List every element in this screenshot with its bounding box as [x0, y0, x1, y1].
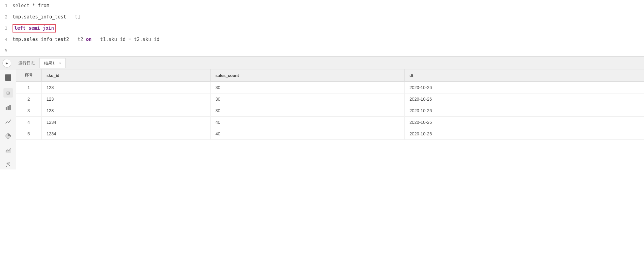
line-number-1: 1 [0, 0, 13, 11]
col-header-sku-id-label: sku_id [47, 73, 59, 78]
cell-sku-id: 1234 [41, 128, 210, 140]
tab-run-log[interactable]: 运行日志 [14, 58, 39, 68]
code-content-1: select * from [13, 0, 49, 11]
pie-chart-icon[interactable] [3, 131, 13, 141]
col-header-sales-count-label: sales_count [216, 73, 239, 78]
code-content-4: tmp.sales_info_test2 t2 on t1.sku_id = t… [13, 34, 160, 45]
scatter-chart-svg [5, 162, 11, 168]
cell-sales-count: 30 [210, 105, 404, 117]
bar-chart-icon[interactable] [3, 103, 13, 112]
result-area: ⊞ [0, 69, 644, 169]
cell-dt: 2020-10-26 [404, 128, 644, 140]
table-row: 1123302020-10-26 [16, 82, 644, 93]
col-header-sku-id: sku_id [41, 69, 210, 82]
table-name-2: tmp.sales_info_test2 [13, 37, 69, 42]
col-header-sales-count: sales_count [210, 69, 404, 82]
cell-row-num: 3 [16, 105, 41, 117]
table-header-row: 序号 sku_id sales_count dt [16, 69, 644, 82]
area-chart-svg [5, 147, 11, 154]
cell-dt: 2020-10-26 [404, 117, 644, 128]
keyword-select: select [13, 3, 29, 8]
tab-run-log-label: 运行日志 [18, 61, 35, 65]
code-content-3: left semi join [13, 23, 56, 34]
code-line-4: 4 tmp.sales_info_test2 t2 on t1.sku_id =… [0, 34, 644, 45]
svg-rect-2 [9, 105, 11, 110]
alias-t1: t1 [69, 14, 80, 20]
left-controls [1, 72, 15, 83]
table-row: 51234402020-10-26 [16, 128, 644, 140]
line-chart-icon[interactable] [3, 117, 13, 126]
result-table-container: 序号 sku_id sales_count dt 11233 [16, 69, 644, 169]
col-header-row-num: 序号 [16, 69, 41, 82]
area-chart-icon[interactable] [3, 146, 13, 155]
table-row: 3123302020-10-26 [16, 105, 644, 117]
tab-result1-label: 结果1 [44, 61, 55, 65]
tabs-bar: ▶ 运行日志 结果1 × [0, 57, 644, 69]
col-header-dt: dt [404, 69, 644, 82]
code-line-2: 2 tmp.sales_info_test t1 [0, 11, 644, 23]
join-condition: t1.sku_id = t2.sku_id [95, 37, 160, 42]
table-row: 2123302020-10-26 [16, 93, 644, 105]
cell-sku-id: 1234 [41, 117, 210, 128]
table-row: 41234402020-10-26 [16, 117, 644, 128]
run-button[interactable]: ▶ [3, 59, 11, 68]
svg-point-6 [8, 164, 9, 165]
svg-point-5 [6, 166, 7, 167]
bottom-panel: ▶ 运行日志 结果1 × ⊞ [0, 57, 644, 169]
code-line-5: 5 [0, 45, 644, 56]
keyword-on: on [86, 37, 92, 42]
line-number-2: 2 [0, 11, 13, 23]
tab-result1-close[interactable]: × [59, 61, 61, 65]
cell-sku-id: 123 [41, 82, 210, 93]
table-name-1: tmp.sales_info_test [13, 14, 66, 20]
alias-t2: t2 [72, 37, 86, 42]
cell-sku-id: 123 [41, 93, 210, 105]
keyword-left-semi-join: left semi join [13, 24, 56, 33]
code-line-1: 1 select * from [0, 0, 644, 11]
select-star: * [32, 3, 38, 8]
cell-sales-count: 30 [210, 93, 404, 105]
run-icon: ▶ [6, 61, 8, 65]
svg-rect-1 [8, 106, 9, 110]
cell-dt: 2020-10-26 [404, 82, 644, 93]
keyword-from: from [38, 3, 49, 8]
cell-sales-count: 40 [210, 117, 404, 128]
cell-row-num: 4 [16, 117, 41, 128]
scatter-chart-icon[interactable] [3, 160, 13, 169]
cell-row-num: 5 [16, 128, 41, 140]
cell-dt: 2020-10-26 [404, 93, 644, 105]
col-header-dt-label: dt [410, 73, 413, 78]
table-body: 1123302020-10-262123302020-10-2631233020… [16, 82, 644, 140]
cell-row-num: 2 [16, 93, 41, 105]
line-number-4: 4 [0, 34, 13, 45]
line-chart-svg [5, 118, 11, 125]
code-content-2: tmp.sales_info_test t1 [13, 11, 80, 23]
result-table: 序号 sku_id sales_count dt 11233 [16, 69, 644, 140]
code-line-3: 3 left semi join [0, 23, 644, 34]
cell-row-num: 1 [16, 82, 41, 93]
bar-chart-svg [5, 104, 11, 110]
cell-sales-count: 40 [210, 128, 404, 140]
col-header-row-num-label: 序号 [25, 73, 33, 78]
svg-point-8 [7, 163, 8, 164]
svg-point-7 [9, 165, 10, 166]
visualization-sidebar: ⊞ [0, 69, 16, 169]
line-number-5: 5 [0, 45, 13, 56]
cell-sku-id: 123 [41, 105, 210, 117]
pie-chart-svg [5, 133, 11, 139]
stop-button[interactable] [5, 74, 11, 81]
svg-point-9 [8, 162, 10, 164]
table-icon: ⊞ [6, 90, 9, 96]
cell-sales-count: 30 [210, 82, 404, 93]
cell-dt: 2020-10-26 [404, 105, 644, 117]
svg-rect-0 [6, 107, 7, 110]
line-number-3: 3 [0, 23, 13, 34]
tab-result1[interactable]: 结果1 × [39, 58, 66, 68]
table-view-icon[interactable]: ⊞ [3, 88, 13, 98]
sql-editor: 1 select * from 2 tmp.sales_info_test t1… [0, 0, 644, 57]
